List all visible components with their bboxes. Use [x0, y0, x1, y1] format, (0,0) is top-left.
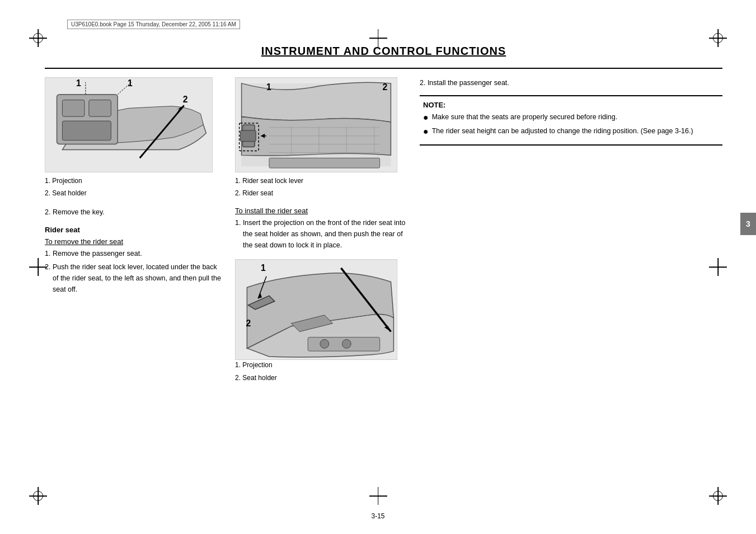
file-info: U3P610E0.book Page 15 Thursday, December…	[67, 20, 240, 29]
caption-mid-2: 2. Rider seat	[235, 188, 408, 199]
caption-bottom-1: 1. Projection	[235, 360, 408, 371]
note-box: NOTE: ● Make sure that the seats are pro…	[420, 95, 722, 146]
note-title: NOTE:	[423, 101, 719, 109]
svg-rect-4	[62, 121, 111, 140]
left-column: 1 1 2 1. Projection 2. Seat holder 2. Re…	[45, 77, 224, 385]
caption-bottom-2: 2. Seat holder	[235, 373, 408, 383]
note-item-1: ● Make sure that the seats are properly …	[423, 112, 719, 123]
svg-rect-25	[269, 158, 380, 168]
diagram-seat-removal: 1 1 2	[45, 77, 213, 172]
caption-left-2: 2. Seat holder	[45, 188, 224, 199]
svg-rect-2	[62, 100, 84, 117]
diagram-svg-install: 1 2	[236, 260, 397, 359]
install-step-1: 1. Insert the projection on the front of…	[235, 217, 408, 251]
caption-left-1: 1. Projection	[45, 176, 224, 186]
install-passenger-step: 2. Install the passenger seat.	[420, 77, 722, 88]
svg-text:1: 1	[76, 78, 81, 88]
svg-point-34	[342, 340, 351, 349]
page-number: 3-15	[371, 512, 384, 520]
caption-mid-1: 1. Rider seat lock lever	[235, 176, 408, 186]
svg-text:2: 2	[183, 95, 188, 104]
right-column: 2. Install the passenger seat. NOTE: ● M…	[420, 77, 722, 385]
diagram-install: 1 2	[235, 259, 397, 360]
svg-text:1: 1	[128, 78, 133, 88]
diagram-svg-seat: 1 1 2	[45, 78, 212, 172]
svg-rect-3	[89, 100, 111, 117]
to-remove-subheading: To remove the rider seat	[45, 237, 224, 246]
svg-text:2: 2	[246, 318, 251, 328]
diagram-lock-lever: 1 2	[235, 77, 397, 172]
main-content: INSTRUMENT AND CONTROL FUNCTIONS	[45, 45, 722, 500]
diagram-svg-lever: 1 2	[236, 78, 397, 172]
step2-remove-key: 2. Remove the key.	[45, 207, 224, 218]
to-install-subheading: To install the rider seat	[235, 207, 408, 215]
bullet-1: ●	[423, 112, 429, 123]
svg-text:2: 2	[383, 82, 388, 92]
svg-text:1: 1	[261, 263, 266, 273]
mid-column: 1 2 1. Rider seat lock lever 2. Rider se…	[235, 77, 408, 385]
page-title: INSTRUMENT AND CONTROL FUNCTIONS	[45, 45, 722, 58]
svg-rect-13	[241, 130, 256, 142]
page-tab: 3	[740, 213, 756, 235]
bullet-2: ●	[423, 126, 429, 137]
page-container: U3P610E0.book Page 15 Thursday, December…	[0, 0, 756, 534]
title-divider	[45, 68, 722, 69]
svg-point-33	[320, 340, 329, 349]
columns-layout: 1 1 2 1. Projection 2. Seat holder 2. Re…	[45, 77, 722, 385]
svg-text:1: 1	[266, 82, 271, 92]
remove-step-2: 2. Push the rider seat lock lever, locat…	[45, 261, 224, 295]
remove-step-1: 1. Remove the passenger seat.	[45, 248, 224, 259]
note-item-2: ● The rider seat height can be adjusted …	[423, 126, 719, 137]
rider-seat-heading: Rider seat	[45, 226, 224, 234]
